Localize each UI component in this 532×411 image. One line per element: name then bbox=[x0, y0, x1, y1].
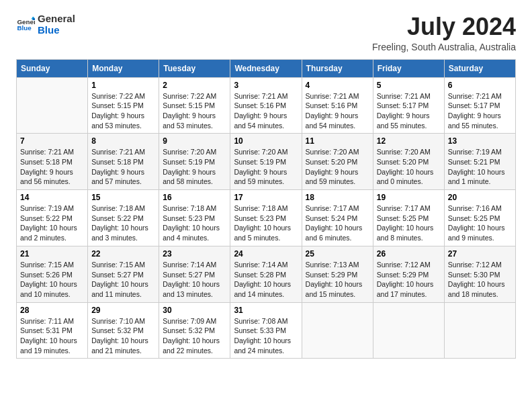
calendar-cell: 9Sunrise: 7:20 AM Sunset: 5:19 PM Daylig… bbox=[159, 134, 230, 190]
day-number: 4 bbox=[306, 81, 369, 90]
calendar-cell: 7Sunrise: 7:21 AM Sunset: 5:18 PM Daylig… bbox=[17, 134, 88, 190]
day-number: 12 bbox=[377, 136, 441, 146]
calendar-cell: 1Sunrise: 7:22 AM Sunset: 5:15 PM Daylig… bbox=[88, 77, 159, 134]
calendar-cell: 17Sunrise: 7:18 AM Sunset: 5:23 PM Dayli… bbox=[230, 190, 302, 246]
day-number: 19 bbox=[377, 193, 441, 202]
calendar-table: SundayMondayTuesdayWednesdayThursdayFrid… bbox=[16, 59, 516, 359]
day-number: 15 bbox=[91, 193, 155, 202]
day-info: Sunrise: 7:15 AM Sunset: 5:26 PM Dayligh… bbox=[20, 260, 84, 300]
day-number: 7 bbox=[20, 136, 84, 146]
day-number: 24 bbox=[234, 249, 298, 259]
day-info: Sunrise: 7:10 AM Sunset: 5:32 PM Dayligh… bbox=[91, 316, 155, 356]
page-subtitle: Freeling, South Australia, Australia bbox=[372, 42, 516, 52]
day-info: Sunrise: 7:14 AM Sunset: 5:28 PM Dayligh… bbox=[234, 260, 298, 300]
day-info: Sunrise: 7:20 AM Sunset: 5:19 PM Dayligh… bbox=[234, 147, 298, 187]
col-header-friday: Friday bbox=[373, 59, 444, 77]
day-info: Sunrise: 7:21 AM Sunset: 5:18 PM Dayligh… bbox=[91, 147, 155, 187]
logo-icon: General Blue bbox=[16, 15, 35, 34]
col-header-monday: Monday bbox=[88, 59, 159, 77]
calendar-cell: 14Sunrise: 7:19 AM Sunset: 5:22 PM Dayli… bbox=[17, 190, 88, 246]
day-number: 23 bbox=[163, 249, 226, 259]
day-info: Sunrise: 7:18 AM Sunset: 5:23 PM Dayligh… bbox=[163, 203, 226, 243]
day-info: Sunrise: 7:14 AM Sunset: 5:27 PM Dayligh… bbox=[163, 260, 226, 300]
day-number: 27 bbox=[448, 249, 512, 259]
calendar-cell: 19Sunrise: 7:17 AM Sunset: 5:25 PM Dayli… bbox=[373, 190, 444, 246]
col-header-wednesday: Wednesday bbox=[230, 59, 302, 77]
calendar-cell: 30Sunrise: 7:09 AM Sunset: 5:32 PM Dayli… bbox=[159, 302, 230, 359]
day-number: 17 bbox=[234, 193, 298, 202]
day-info: Sunrise: 7:22 AM Sunset: 5:15 PM Dayligh… bbox=[91, 91, 155, 131]
calendar-cell: 2Sunrise: 7:22 AM Sunset: 5:15 PM Daylig… bbox=[159, 77, 230, 134]
day-number: 29 bbox=[91, 306, 155, 315]
calendar-cell: 6Sunrise: 7:21 AM Sunset: 5:17 PM Daylig… bbox=[444, 77, 515, 134]
calendar-cell: 11Sunrise: 7:20 AM Sunset: 5:20 PM Dayli… bbox=[302, 134, 373, 190]
calendar-cell: 13Sunrise: 7:19 AM Sunset: 5:21 PM Dayli… bbox=[444, 134, 515, 190]
day-number: 30 bbox=[163, 306, 226, 315]
calendar-cell: 24Sunrise: 7:14 AM Sunset: 5:28 PM Dayli… bbox=[230, 246, 302, 302]
day-number: 8 bbox=[91, 136, 155, 146]
col-header-thursday: Thursday bbox=[302, 59, 373, 77]
day-number: 14 bbox=[20, 193, 84, 202]
day-number: 2 bbox=[163, 81, 226, 90]
day-info: Sunrise: 7:18 AM Sunset: 5:23 PM Dayligh… bbox=[234, 203, 298, 243]
day-info: Sunrise: 7:12 AM Sunset: 5:29 PM Dayligh… bbox=[377, 260, 441, 300]
day-number: 6 bbox=[448, 81, 512, 90]
day-number: 13 bbox=[448, 136, 512, 146]
day-number: 31 bbox=[234, 306, 298, 315]
calendar-cell: 5Sunrise: 7:21 AM Sunset: 5:17 PM Daylig… bbox=[373, 77, 444, 134]
page-header: General Blue General Blue July 2024 Free… bbox=[16, 13, 516, 52]
day-number: 16 bbox=[163, 193, 226, 202]
calendar-cell: 10Sunrise: 7:20 AM Sunset: 5:19 PM Dayli… bbox=[230, 134, 302, 190]
day-number: 5 bbox=[377, 81, 441, 90]
title-block: July 2024 Freeling, South Australia, Aus… bbox=[372, 13, 516, 52]
calendar-cell: 15Sunrise: 7:18 AM Sunset: 5:22 PM Dayli… bbox=[88, 190, 159, 246]
calendar-cell: 4Sunrise: 7:21 AM Sunset: 5:16 PM Daylig… bbox=[302, 77, 373, 134]
day-info: Sunrise: 7:18 AM Sunset: 5:22 PM Dayligh… bbox=[91, 203, 155, 243]
day-info: Sunrise: 7:20 AM Sunset: 5:19 PM Dayligh… bbox=[163, 147, 226, 187]
calendar-cell: 26Sunrise: 7:12 AM Sunset: 5:29 PM Dayli… bbox=[373, 246, 444, 302]
day-info: Sunrise: 7:20 AM Sunset: 5:20 PM Dayligh… bbox=[306, 147, 369, 187]
calendar-cell: 25Sunrise: 7:13 AM Sunset: 5:29 PM Dayli… bbox=[302, 246, 373, 302]
col-header-saturday: Saturday bbox=[444, 59, 515, 77]
calendar-cell: 22Sunrise: 7:15 AM Sunset: 5:27 PM Dayli… bbox=[88, 246, 159, 302]
day-number: 9 bbox=[163, 136, 226, 146]
svg-text:Blue: Blue bbox=[17, 24, 32, 32]
day-number: 20 bbox=[448, 193, 512, 202]
day-number: 21 bbox=[20, 249, 84, 259]
day-info: Sunrise: 7:19 AM Sunset: 5:21 PM Dayligh… bbox=[448, 147, 512, 187]
day-info: Sunrise: 7:21 AM Sunset: 5:16 PM Dayligh… bbox=[306, 91, 369, 131]
calendar-cell bbox=[302, 302, 373, 359]
day-number: 10 bbox=[234, 136, 298, 146]
day-number: 28 bbox=[20, 306, 84, 315]
day-info: Sunrise: 7:15 AM Sunset: 5:27 PM Dayligh… bbox=[91, 260, 155, 300]
calendar-cell: 16Sunrise: 7:18 AM Sunset: 5:23 PM Dayli… bbox=[159, 190, 230, 246]
day-info: Sunrise: 7:21 AM Sunset: 5:17 PM Dayligh… bbox=[448, 91, 512, 131]
day-number: 11 bbox=[306, 136, 369, 146]
day-info: Sunrise: 7:19 AM Sunset: 5:22 PM Dayligh… bbox=[20, 203, 84, 243]
logo-line2: Blue bbox=[38, 25, 75, 36]
day-info: Sunrise: 7:20 AM Sunset: 5:20 PM Dayligh… bbox=[377, 147, 441, 187]
day-info: Sunrise: 7:17 AM Sunset: 5:24 PM Dayligh… bbox=[306, 203, 369, 243]
day-number: 22 bbox=[91, 249, 155, 259]
day-info: Sunrise: 7:17 AM Sunset: 5:25 PM Dayligh… bbox=[377, 203, 441, 243]
logo: General Blue General Blue bbox=[16, 13, 75, 36]
page-title: July 2024 bbox=[372, 13, 516, 40]
calendar-cell: 31Sunrise: 7:08 AM Sunset: 5:33 PM Dayli… bbox=[230, 302, 302, 359]
day-number: 26 bbox=[377, 249, 441, 259]
col-header-tuesday: Tuesday bbox=[159, 59, 230, 77]
day-info: Sunrise: 7:22 AM Sunset: 5:15 PM Dayligh… bbox=[163, 91, 226, 131]
calendar-cell: 18Sunrise: 7:17 AM Sunset: 5:24 PM Dayli… bbox=[302, 190, 373, 246]
day-info: Sunrise: 7:12 AM Sunset: 5:30 PM Dayligh… bbox=[448, 260, 512, 300]
calendar-cell: 21Sunrise: 7:15 AM Sunset: 5:26 PM Dayli… bbox=[17, 246, 88, 302]
day-info: Sunrise: 7:09 AM Sunset: 5:32 PM Dayligh… bbox=[163, 316, 226, 356]
day-info: Sunrise: 7:21 AM Sunset: 5:16 PM Dayligh… bbox=[234, 91, 298, 131]
calendar-cell: 29Sunrise: 7:10 AM Sunset: 5:32 PM Dayli… bbox=[88, 302, 159, 359]
day-info: Sunrise: 7:13 AM Sunset: 5:29 PM Dayligh… bbox=[306, 260, 369, 300]
calendar-cell bbox=[373, 302, 444, 359]
col-header-sunday: Sunday bbox=[17, 59, 88, 77]
calendar-cell: 12Sunrise: 7:20 AM Sunset: 5:20 PM Dayli… bbox=[373, 134, 444, 190]
calendar-cell bbox=[444, 302, 515, 359]
day-number: 18 bbox=[306, 193, 369, 202]
day-info: Sunrise: 7:08 AM Sunset: 5:33 PM Dayligh… bbox=[234, 316, 298, 356]
calendar-cell: 20Sunrise: 7:16 AM Sunset: 5:25 PM Dayli… bbox=[444, 190, 515, 246]
